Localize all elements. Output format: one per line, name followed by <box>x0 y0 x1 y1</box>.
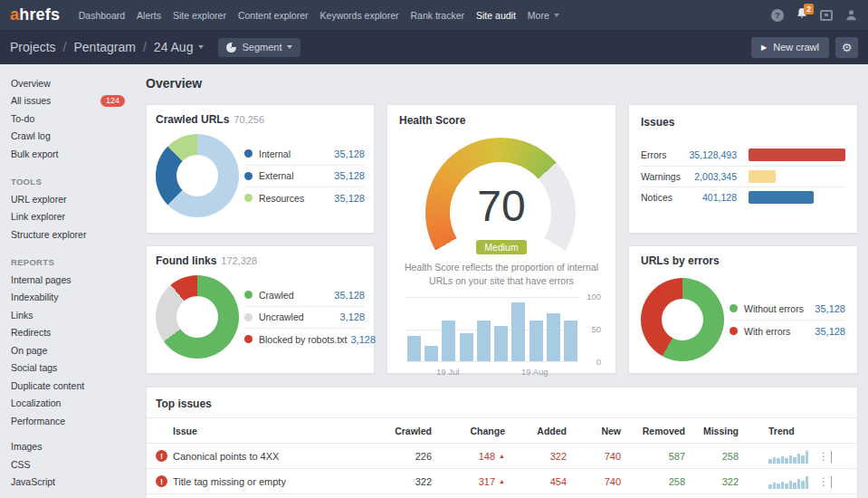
breadcrumb: Projects / Pentagram / 24 Aug <box>10 40 204 54</box>
user-icon[interactable] <box>844 8 858 22</box>
notification-badge: 2 <box>804 4 814 14</box>
sidebar-item-redirects[interactable]: Redirects <box>11 324 146 342</box>
sidebar-item-link-explorer[interactable]: Link explorer <box>11 208 146 226</box>
urls-by-errors-card: URLs by errors Without errors35,128 With… <box>628 245 858 374</box>
sidebar-item-on-page[interactable]: On page <box>11 341 146 359</box>
notifications-bell[interactable]: 2 <box>796 7 808 24</box>
internal-value-link[interactable]: 35,128 <box>330 148 365 159</box>
trend-up-icon: ▲ <box>499 453 505 459</box>
trend-sparkline <box>768 449 816 464</box>
sidebar: Overview All issues124 To-do Crawl log B… <box>0 64 146 491</box>
sidebar-item-bulk-export[interactable]: Bulk export <box>11 145 146 163</box>
y-tick-50: 50 <box>585 324 601 334</box>
legend-row-crawled: Crawled35,128 <box>244 283 365 305</box>
nav-site-explorer[interactable]: Site explorer <box>167 10 232 21</box>
breadcrumb-crawl-date[interactable]: 24 Aug <box>154 40 194 54</box>
nav-more[interactable]: More <box>521 10 565 21</box>
nav-keywords-explorer[interactable]: Keywords explorer <box>314 10 405 21</box>
warnings-value-link[interactable]: 2,003,345 <box>688 171 737 182</box>
issues-row-warnings: Warnings2,003,345 <box>641 166 845 187</box>
sidebar-item-overview[interactable]: Overview <box>11 74 146 92</box>
sidebar-item-localization[interactable]: Localization <box>11 395 146 413</box>
top-issues-title: Top issues <box>147 388 857 417</box>
legend-row-with-errors: With errors35,128 <box>730 320 845 341</box>
top-issues-header-row: Issue Crawled Change Added New Removed M… <box>147 417 857 443</box>
issues-card: Issues Errors35,128,493 Warnings2,003,34… <box>628 104 858 234</box>
card-title: Issues <box>641 116 845 129</box>
ahrefs-logo[interactable]: ahrefs <box>10 5 60 24</box>
sidebar-item-url-explorer[interactable]: URL explorer <box>11 190 146 208</box>
chevron-down-icon <box>287 45 292 49</box>
nav-alerts[interactable]: Alerts <box>131 10 167 21</box>
nav-site-audit[interactable]: Site audit <box>471 10 522 21</box>
sidebar-item-css[interactable]: CSS <box>11 455 146 474</box>
blocked-value-link[interactable]: 3,128 <box>347 334 376 345</box>
sidebar-item-structure-explorer[interactable]: Structure explorer <box>11 225 146 244</box>
uncrawled-value-link[interactable]: 3,128 <box>336 311 365 322</box>
external-value-link[interactable]: 35,128 <box>330 170 365 181</box>
legend-row-uncrawled: Uncrawled3,128 <box>244 306 365 328</box>
sidebar-item-indexability[interactable]: Indexability <box>11 289 146 307</box>
nav-dashboard[interactable]: Dashboard <box>72 10 130 21</box>
row-menu-button[interactable]: ⋮ <box>816 450 831 463</box>
health-score-card: Health Score 70 Medium Health Score refl… <box>386 104 616 374</box>
issue-link[interactable]: Title tag missing or empty <box>173 476 359 487</box>
with-errors-value-link[interactable]: 35,128 <box>811 326 845 337</box>
card-title: URLs by errors <box>641 254 845 267</box>
table-row: ! Canonical points to 4XX 226 148▲ 322 7… <box>147 443 857 468</box>
breadcrumb-project-name[interactable]: Pentagram <box>73 40 135 54</box>
new-crawl-button[interactable]: ▶New crawl <box>751 37 829 58</box>
sidebar-item-social-tags[interactable]: Social tags <box>11 359 146 378</box>
nav-rank-tracker[interactable]: Rank tracker <box>405 10 471 21</box>
top-navbar: ahrefs Dashboard Alerts Site explorer Co… <box>0 0 868 30</box>
errors-bar <box>749 148 845 161</box>
legend-dot <box>244 194 253 202</box>
card-title: Crawled URLs <box>156 113 229 126</box>
top-issues-card: Top issues Issue Crawled Change Added Ne… <box>146 387 858 498</box>
breadcrumb-projects[interactable]: Projects <box>10 40 56 54</box>
sidebar-item-javascript[interactable]: JavaScript <box>11 474 146 492</box>
crawled-urls-total: 70,256 <box>234 114 264 125</box>
errors-value-link[interactable]: 35,128,493 <box>688 149 737 160</box>
expand-chevron[interactable] <box>831 451 832 463</box>
sidebar-item-duplicate-content[interactable]: Duplicate content <box>11 377 146 395</box>
error-icon: ! <box>156 450 167 462</box>
notices-value-link[interactable]: 401,128 <box>688 192 737 203</box>
nav-content-explorer[interactable]: Content explorer <box>232 10 314 21</box>
issue-link[interactable]: Canonical points to 4XX <box>173 451 359 462</box>
card-title: Health Score <box>399 114 604 127</box>
legend-dot <box>730 327 738 335</box>
crawled-value-link[interactable]: 35,128 <box>330 290 365 301</box>
health-score-description: Health Score reflects the proportion of … <box>392 261 611 288</box>
sidebar-item-links[interactable]: Links <box>11 306 146 324</box>
chevron-down-icon <box>198 45 204 49</box>
sidebar-item-crawl-log[interactable]: Crawl log <box>11 128 146 146</box>
expand-chevron[interactable] <box>831 476 832 488</box>
sidebar-item-todo[interactable]: To-do <box>11 110 146 128</box>
page-title: Overview <box>146 76 202 91</box>
notices-bar <box>749 191 814 204</box>
issues-row-notices: Notices401,128 <box>641 187 845 208</box>
resources-value-link[interactable]: 35,128 <box>330 193 365 204</box>
legend-dot <box>244 172 253 180</box>
y-tick-0: 0 <box>585 357 601 367</box>
urls-by-errors-donut-chart <box>641 278 724 361</box>
sidebar-section-reports: REPORTS <box>11 254 146 272</box>
segment-button[interactable]: Segment <box>218 38 300 57</box>
row-menu-button[interactable]: ⋮ <box>816 475 831 488</box>
help-icon[interactable]: ? <box>771 9 784 22</box>
intercom-icon[interactable] <box>820 10 833 21</box>
sidebar-section-tools: TOOLS <box>11 173 146 191</box>
found-links-card: Found links172,328 Crawled35,128 Uncrawl… <box>146 245 375 374</box>
sidebar-item-performance[interactable]: Performance <box>11 412 146 430</box>
settings-gear-button[interactable]: ⚙ <box>835 37 858 58</box>
legend-row-blocked: Blocked by robots.txt3,128 <box>244 328 365 350</box>
sidebar-item-internal-pages[interactable]: Internal pages <box>11 271 146 289</box>
found-links-donut-chart <box>156 275 239 359</box>
trend-sparkline <box>768 474 816 489</box>
sidebar-item-all-issues[interactable]: All issues124 <box>11 92 146 110</box>
sidebar-item-images[interactable]: Images <box>11 438 146 456</box>
chevron-down-icon <box>554 14 559 17</box>
without-errors-value-link[interactable]: 35,128 <box>811 303 845 314</box>
card-title: Found links <box>156 254 216 267</box>
